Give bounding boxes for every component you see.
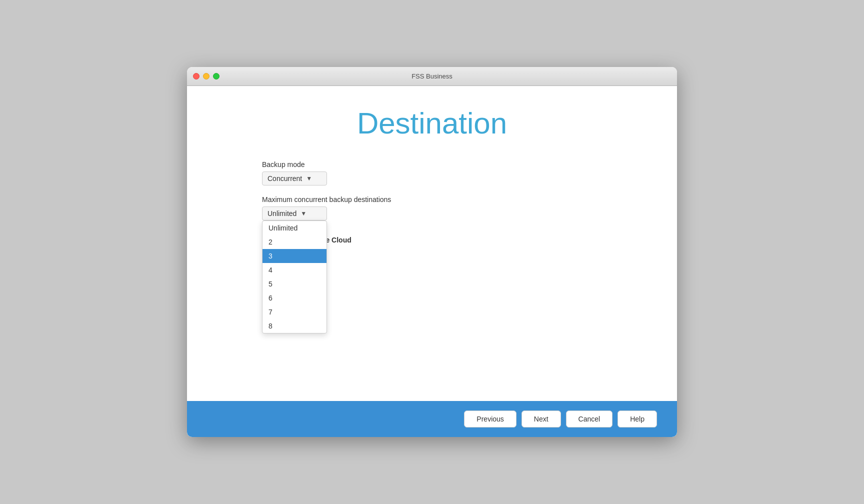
footer-bar: Previous Next Cancel Help (187, 401, 677, 437)
dropdown-list: Unlimited 2 3 4 5 6 7 8 (262, 220, 327, 334)
dropdown-item-3[interactable]: 3 (262, 249, 326, 263)
main-area: Destination Backup mode Concurrent ▼ Max… (187, 86, 677, 401)
page-title: Destination (262, 106, 602, 140)
max-concurrent-field: Maximum concurrent backup destinations U… (262, 196, 602, 220)
cancel-button[interactable]: Cancel (566, 410, 613, 428)
dropdown-item-2[interactable]: 2 (262, 235, 326, 249)
close-button[interactable] (193, 73, 200, 80)
title-bar: FSS Business (187, 67, 677, 86)
dropdown-item-7[interactable]: 7 (262, 305, 326, 319)
dropdown-item-6[interactable]: 6 (262, 291, 326, 305)
app-window: FSS Business Destination Backup mode Con… (187, 67, 677, 437)
backup-mode-field: Backup mode Concurrent ▼ (262, 160, 602, 186)
chevron-down-icon-2: ▼ (300, 210, 306, 217)
form-section: Backup mode Concurrent ▼ Maximum concurr… (262, 160, 602, 244)
window-title: FSS Business (412, 72, 452, 80)
dropdown-item-8[interactable]: 8 (262, 319, 326, 333)
dropdown-item-4[interactable]: 4 (262, 263, 326, 277)
previous-button[interactable]: Previous (464, 410, 516, 428)
max-concurrent-value: Unlimited (268, 210, 296, 218)
chevron-down-icon: ▼ (306, 175, 312, 182)
dropdown-item-unlimited[interactable]: Unlimited (262, 221, 326, 235)
window-content: Destination Backup mode Concurrent ▼ Max… (187, 86, 677, 437)
minimize-button[interactable] (203, 73, 210, 80)
traffic-lights (193, 73, 220, 80)
dropdown-item-5[interactable]: 5 (262, 277, 326, 291)
max-concurrent-dropdown-container: Unlimited ▼ Unlimited 2 3 4 5 6 7 8 (262, 206, 327, 220)
backup-mode-dropdown[interactable]: Concurrent ▼ (262, 172, 327, 186)
max-concurrent-label: Maximum concurrent backup destinations (262, 196, 602, 204)
next-button[interactable]: Next (522, 410, 561, 428)
backup-mode-value: Concurrent (268, 174, 302, 182)
backup-mode-label: Backup mode (262, 160, 602, 168)
maximize-button[interactable] (213, 73, 220, 80)
help-button[interactable]: Help (618, 410, 657, 428)
max-concurrent-dropdown[interactable]: Unlimited ▼ (262, 206, 327, 220)
